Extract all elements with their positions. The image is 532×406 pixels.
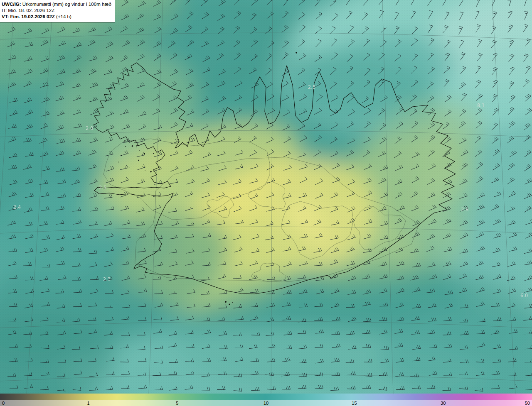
product-label: UWC/IG: <box>2 2 21 7</box>
colorbar-tick-label: 50 <box>525 400 530 406</box>
contour-label: 8.1 <box>477 103 485 108</box>
map-title-box: UWC/IG: Úrkomumætti (mm) og vindur í 100… <box>0 0 115 22</box>
colorbar-labels: 01510153050 <box>0 400 532 406</box>
contour-label: 2.3 <box>103 276 111 282</box>
valid-time: VT: Fim. 19.02.2026 02Z (+14 h) <box>2 14 111 20</box>
colorbar-tick-label: 5 <box>176 400 178 406</box>
colorbar-tick-label: 0 <box>2 400 5 406</box>
colorbar-tick-label: 1 <box>87 400 89 406</box>
colorbar-gradient <box>0 394 532 400</box>
contour-label: 2.4 <box>13 204 21 210</box>
init-time: IT: Mið. 18. 02. 2026 12Z <box>2 7 111 14</box>
product-title: UWC/IG: Úrkomumætti (mm) og vindur í 100… <box>2 1 111 7</box>
colorbar-tick-label: 30 <box>441 400 446 406</box>
colorbar: 01510153050 <box>0 394 532 406</box>
map-canvas: 2.58.12.02.52.42.82.36.0 UWC/IG: Úrkomum… <box>0 0 532 394</box>
contour-label: 2.0 <box>86 125 93 131</box>
colorbar-tick-label: 15 <box>352 400 357 406</box>
precipitation-wind-map: 2.58.12.02.52.42.82.36.0 UWC/IG: Úrkomum… <box>0 0 532 406</box>
contour-label: 2.8 <box>461 207 468 213</box>
contour-label: 6.0 <box>520 293 528 298</box>
contour-label: 2.5 <box>99 185 106 191</box>
map-svg: 2.58.12.02.52.42.82.36.0 <box>0 0 532 394</box>
colorbar-tick-label: 10 <box>264 400 268 406</box>
stipple-texture <box>0 0 532 394</box>
contour-label: 2.5 <box>308 84 315 90</box>
